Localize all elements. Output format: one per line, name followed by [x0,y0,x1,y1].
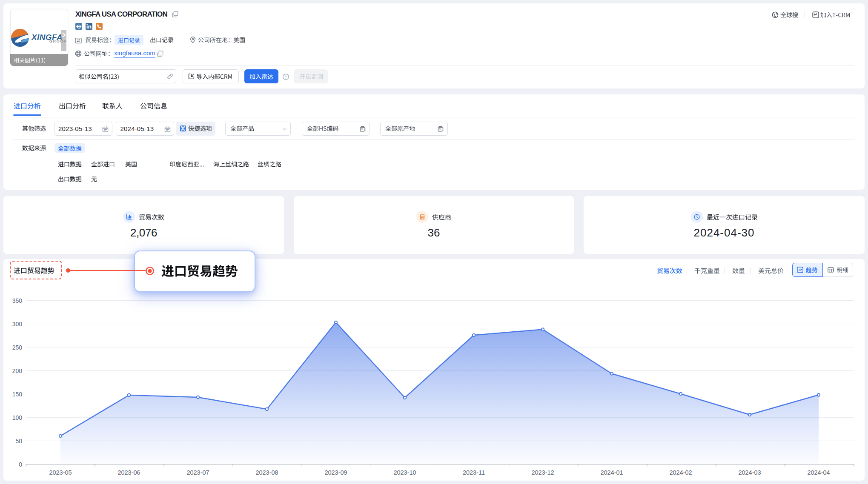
svg-text:200: 200 [12,367,23,374]
svg-text:2023-08: 2023-08 [255,469,278,476]
svg-text:2023-05: 2023-05 [49,469,72,476]
svg-text:0: 0 [19,461,22,468]
svg-text:100: 100 [12,414,23,421]
svg-text:2023-06: 2023-06 [117,469,140,476]
svg-text:2023-07: 2023-07 [186,469,209,476]
svg-text:50: 50 [15,438,22,444]
svg-text:150: 150 [12,391,23,398]
svg-text:2023-10: 2023-10 [393,469,416,476]
svg-text:2024-02: 2024-02 [669,469,692,476]
svg-text:2024-01: 2024-01 [600,469,623,476]
svg-text:300: 300 [12,321,23,327]
svg-text:2023-12: 2023-12 [531,469,554,476]
svg-text:250: 250 [12,344,23,351]
svg-text:2024-04: 2024-04 [807,469,830,476]
svg-text:2023-11: 2023-11 [463,469,485,476]
svg-text:2024-03: 2024-03 [738,469,761,476]
svg-text:2023-09: 2023-09 [324,469,347,476]
svg-text:350: 350 [12,297,23,304]
